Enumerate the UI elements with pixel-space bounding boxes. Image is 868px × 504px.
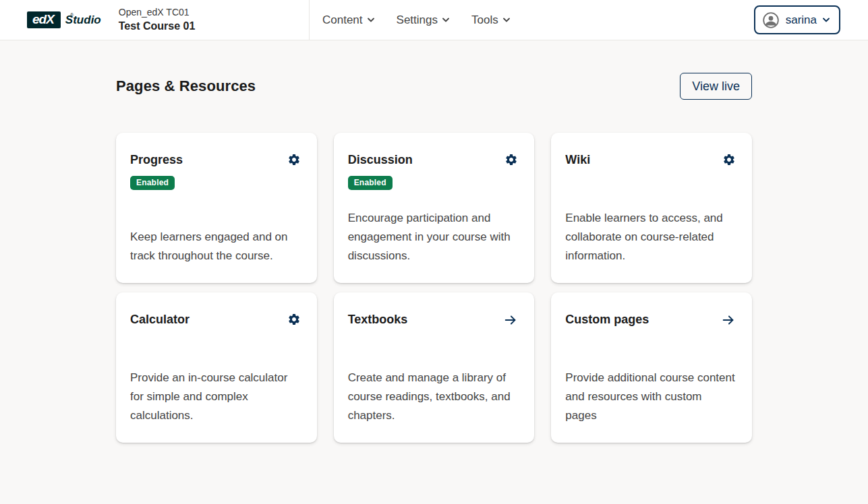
card-wiki: Wiki Enable learners to access, and coll…	[551, 133, 752, 283]
nav-settings-label: Settings	[397, 13, 438, 27]
nav-content-label: Content	[322, 13, 363, 27]
settings-gear-icon[interactable]	[287, 153, 301, 166]
edx-logo-mark: edX	[27, 11, 61, 28]
main-nav: Content Settings Tools	[322, 0, 532, 40]
nav-tools-menu[interactable]: Tools	[471, 13, 510, 27]
status-badge: Enabled	[130, 176, 175, 190]
course-info: Open_edX TC01 Test Course 01	[119, 6, 196, 34]
avatar-icon	[762, 11, 780, 29]
card-title: Calculator	[130, 313, 190, 327]
card-title: Progress	[130, 153, 183, 167]
nav-tools-label: Tools	[471, 13, 498, 27]
username-label: sarina	[786, 13, 817, 27]
page-title: Pages & Resources	[116, 77, 256, 95]
chevron-down-icon	[368, 18, 374, 22]
nav-content-menu[interactable]: Content	[322, 13, 374, 27]
view-live-button[interactable]: View live	[680, 73, 752, 100]
nav-settings-menu[interactable]: Settings	[397, 13, 449, 27]
card-description: Encourage participation and engagement i…	[348, 209, 519, 265]
registered-mark: ®	[70, 13, 74, 18]
arrow-forward-icon[interactable]	[503, 313, 518, 327]
settings-gear-icon[interactable]	[504, 153, 518, 166]
pages-resources-main: Pages & Resources View live Progress Ena…	[116, 73, 752, 443]
card-description: Create and manage a library of course re…	[348, 369, 519, 425]
card-description: Provide an in-course calculator for simp…	[130, 369, 301, 425]
course-org-label: Open_edX TC01	[119, 6, 196, 19]
header-divider	[309, 0, 310, 40]
chevron-down-icon	[823, 18, 830, 22]
card-description: Enable learners to access, and collabora…	[565, 209, 736, 265]
card-description: Keep learners engaged and on track throu…	[130, 228, 301, 265]
settings-gear-icon[interactable]	[722, 153, 736, 166]
settings-gear-icon[interactable]	[287, 313, 301, 326]
page-title-row: Pages & Resources View live	[116, 73, 752, 100]
chevron-down-icon	[503, 18, 510, 22]
card-title: Textbooks	[348, 313, 408, 327]
card-discussion: Discussion Enabled Encourage participati…	[334, 133, 535, 283]
edx-studio-logo[interactable]: edX® Studio	[27, 11, 101, 28]
card-title: Discussion	[348, 153, 413, 167]
pages-cards-grid: Progress Enabled Keep learners engaged a…	[116, 133, 752, 443]
card-title: Wiki	[565, 153, 590, 167]
app-header: edX® Studio Open_edX TC01 Test Course 01…	[0, 0, 868, 40]
card-custom-pages: Custom pages Provide additional course c…	[551, 292, 752, 443]
arrow-forward-icon[interactable]	[721, 313, 736, 327]
user-menu-button[interactable]: sarina	[754, 5, 840, 34]
card-description: Provide additional course content and re…	[565, 369, 736, 425]
chevron-down-icon	[442, 18, 449, 22]
card-progress: Progress Enabled Keep learners engaged a…	[116, 133, 317, 283]
card-calculator: Calculator Provide an in-course calculat…	[116, 292, 317, 443]
card-textbooks: Textbooks Create and manage a library of…	[334, 292, 535, 443]
course-title-label: Test Course 01	[119, 19, 196, 34]
card-title: Custom pages	[565, 313, 649, 327]
status-badge: Enabled	[348, 176, 393, 190]
